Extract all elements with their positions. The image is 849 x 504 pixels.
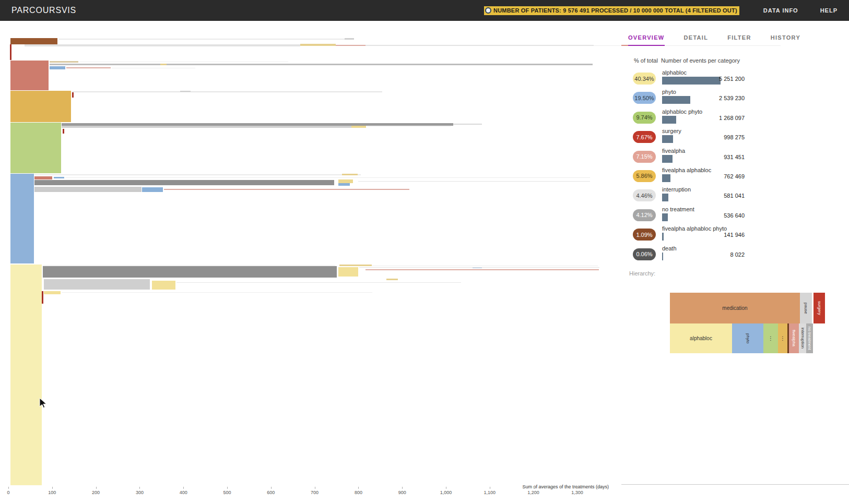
percent-pill[interactable]: 5.86% bbox=[633, 170, 656, 182]
flame-segment[interactable] bbox=[34, 187, 142, 192]
flame-segment[interactable] bbox=[351, 126, 366, 128]
legend-row[interactable]: 19.50% phyto 2 539 230 bbox=[633, 89, 744, 108]
flame-segment[interactable] bbox=[365, 45, 594, 46]
category-count-bar[interactable] bbox=[662, 174, 670, 182]
legend-row[interactable]: 40.34% alphabloc 5 251 200 bbox=[633, 69, 744, 89]
flame-segment[interactable] bbox=[62, 292, 372, 293]
percent-pill[interactable]: 4.46% bbox=[633, 189, 656, 201]
hierarchy-block-phyto[interactable]: phyto bbox=[732, 323, 763, 353]
category-count-bar[interactable] bbox=[662, 135, 673, 143]
flame-segment[interactable] bbox=[10, 91, 71, 122]
flame-segment[interactable] bbox=[358, 181, 590, 182]
flame-segment[interactable] bbox=[10, 174, 34, 263]
category-count-bar[interactable] bbox=[662, 233, 664, 241]
flame-segment[interactable] bbox=[367, 126, 451, 127]
category-count-bar[interactable] bbox=[662, 96, 690, 104]
flame-segment[interactable] bbox=[34, 176, 52, 179]
legend-row[interactable]: 5.86% fivealpha alphabloc 762 469 bbox=[633, 167, 744, 186]
legend-row[interactable]: 7.67% surgery 998 275 bbox=[633, 128, 744, 147]
legend-row[interactable]: 7.15% fivealpha 931 451 bbox=[633, 148, 744, 167]
hierarchy-block-fivealpha[interactable]: fivealpha bbox=[789, 323, 799, 353]
flame-segment[interactable] bbox=[54, 177, 64, 178]
percent-pill[interactable]: 19.50% bbox=[633, 92, 656, 104]
flame-segment[interactable] bbox=[453, 124, 482, 125]
flame-segment[interactable] bbox=[43, 266, 337, 278]
percent-pill[interactable]: 7.67% bbox=[633, 131, 656, 143]
flame-segment[interactable] bbox=[25, 44, 300, 46]
flame-segment[interactable] bbox=[34, 180, 334, 185]
percent-pill[interactable]: 40.34% bbox=[633, 73, 656, 85]
flame-segment[interactable] bbox=[180, 91, 191, 92]
category-count-bar[interactable] bbox=[662, 213, 668, 221]
hierarchy-block-alphabloc-phyto[interactable]: ⋮ bbox=[763, 323, 778, 353]
percent-pill[interactable]: 1.09% bbox=[633, 229, 656, 241]
category-count-bar[interactable] bbox=[662, 77, 721, 85]
legend-row[interactable]: 1.09% fivealpha alphabloc phyto 141 946 bbox=[633, 225, 744, 245]
flame-segment[interactable] bbox=[112, 68, 195, 68]
help-link[interactable]: HELP bbox=[820, 7, 838, 14]
percent-pill[interactable]: 4.12% bbox=[633, 209, 656, 221]
legend-row[interactable]: 4.46% interruption 581 041 bbox=[633, 186, 744, 206]
percent-pill[interactable]: 9.74% bbox=[633, 112, 656, 124]
flame-segment[interactable] bbox=[339, 265, 372, 266]
legend-row[interactable]: 9.74% alphabloc phyto 1 268 097 bbox=[633, 109, 744, 128]
flame-segment[interactable] bbox=[58, 39, 345, 40]
flame-segment[interactable] bbox=[365, 269, 599, 270]
flame-segment[interactable] bbox=[72, 91, 382, 92]
flame-segment[interactable] bbox=[372, 266, 598, 266]
flame-segment[interactable] bbox=[359, 267, 599, 268]
flame-segment[interactable] bbox=[50, 66, 65, 69]
category-count-bar[interactable] bbox=[662, 253, 663, 260]
percent-pill[interactable]: 7.15% bbox=[633, 151, 656, 163]
flame-segment[interactable] bbox=[10, 38, 57, 44]
flame-segment[interactable] bbox=[10, 265, 42, 485]
flame-segment[interactable] bbox=[50, 61, 78, 63]
flame-segment[interactable] bbox=[44, 279, 150, 290]
flame-segment[interactable] bbox=[63, 129, 64, 134]
hierarchy-block-medication[interactable]: medication bbox=[670, 293, 800, 323]
hierarchy-block-interruption[interactable]: interruption bbox=[799, 323, 806, 353]
flame-segment[interactable] bbox=[345, 38, 354, 40]
tab-detail[interactable]: DETAIL bbox=[684, 34, 709, 46]
hierarchy-block-fivealpha-alphabloc[interactable]: ⋮ bbox=[778, 323, 787, 353]
tab-overview[interactable]: OVERVIEW bbox=[628, 34, 665, 46]
flame-segment[interactable] bbox=[338, 183, 350, 186]
tab-filter[interactable]: FILTER bbox=[727, 34, 751, 46]
flame-segment[interactable] bbox=[300, 44, 336, 46]
flame-segment[interactable] bbox=[386, 279, 398, 280]
category-count-bar[interactable] bbox=[662, 116, 676, 124]
flame-segment[interactable] bbox=[176, 282, 461, 283]
flame-segment[interactable] bbox=[44, 291, 61, 294]
flame-segment[interactable] bbox=[152, 281, 175, 290]
hierarchy-block-pause[interactable]: pause bbox=[800, 293, 812, 323]
flame-segment[interactable] bbox=[342, 174, 358, 175]
flame-segment[interactable] bbox=[50, 64, 593, 65]
flame-segment[interactable] bbox=[34, 174, 361, 175]
category-count-bar[interactable] bbox=[662, 155, 673, 163]
hierarchy-block-alphabloc[interactable]: alphabloc bbox=[670, 323, 732, 353]
flame-segment[interactable] bbox=[10, 44, 11, 60]
flame-segment[interactable] bbox=[62, 126, 351, 128]
percent-pill[interactable]: 0.06% bbox=[633, 248, 656, 260]
category-count-bar[interactable] bbox=[662, 194, 668, 201]
flame-segment[interactable] bbox=[79, 62, 288, 62]
flame-segment[interactable] bbox=[66, 67, 111, 68]
flame-segment[interactable] bbox=[336, 45, 365, 46]
flame-segment[interactable] bbox=[164, 189, 409, 190]
flame-segment[interactable] bbox=[142, 187, 163, 192]
flame-segment[interactable] bbox=[10, 123, 61, 173]
flame-segment[interactable] bbox=[338, 179, 353, 183]
hierarchy-block-surgery[interactable]: surgery bbox=[813, 293, 825, 323]
flame-segment[interactable] bbox=[65, 177, 590, 178]
data-info-link[interactable]: DATA INFO bbox=[763, 7, 798, 14]
hierarchy-block-no-treatment[interactable]: no treatment bbox=[806, 323, 813, 353]
tab-history[interactable]: HISTORY bbox=[771, 34, 800, 46]
flame-segment[interactable] bbox=[160, 64, 167, 65]
legend-row[interactable]: 4.12% no treatment 536 640 bbox=[633, 206, 744, 225]
flame-segment[interactable] bbox=[10, 61, 49, 90]
flame-segment[interactable] bbox=[42, 291, 43, 304]
legend-row[interactable]: 0.06% death 8 022 bbox=[633, 245, 744, 265]
flame-segment[interactable] bbox=[43, 265, 335, 266]
flame-segment[interactable] bbox=[338, 267, 358, 277]
flame-segment[interactable] bbox=[72, 92, 74, 98]
